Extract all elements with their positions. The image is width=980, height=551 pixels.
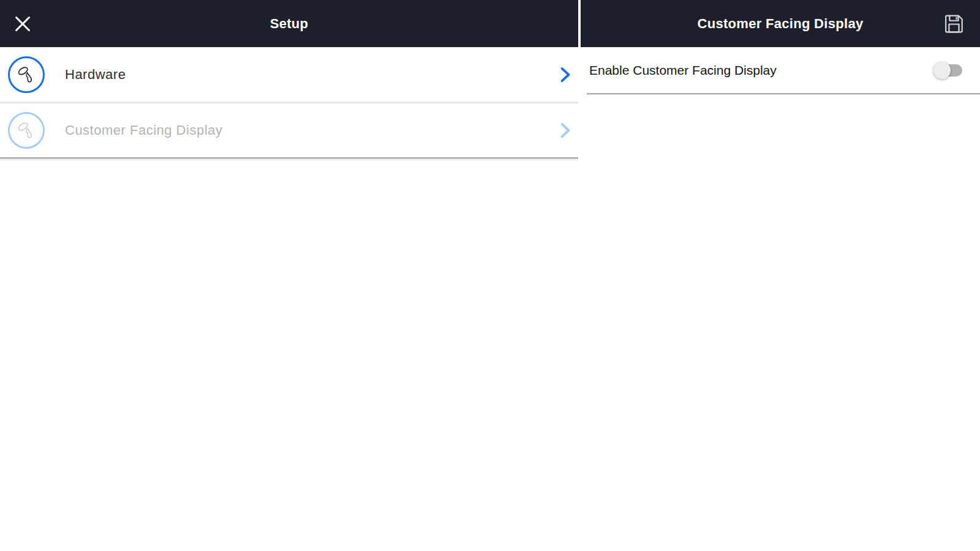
menu-item-label: Hardware <box>65 67 126 83</box>
menu-item-customer-facing-display[interactable]: Customer Facing Display <box>0 103 578 159</box>
menu-item-label: Customer Facing Display <box>65 122 222 138</box>
setting-row-enable-cfd: Enable Customer Facing Display <box>581 47 980 93</box>
setting-label: Enable Customer Facing Display <box>589 63 777 78</box>
detail-title: Customer Facing Display <box>698 16 864 32</box>
save-icon <box>942 12 965 36</box>
setup-header: Setup <box>0 0 578 47</box>
close-button[interactable] <box>9 10 37 38</box>
setting-divider <box>587 93 980 94</box>
setup-panel: Setup Hardware Customer Facing Displa <box>0 0 578 551</box>
chevron-right-icon <box>559 121 572 140</box>
menu-item-hardware[interactable]: Hardware <box>0 47 578 103</box>
barcode-scanner-icon <box>8 56 45 93</box>
close-icon <box>11 12 34 36</box>
customer-facing-display-panel: Customer Facing Display Enable Customer … <box>581 0 980 551</box>
page-title: Setup <box>270 16 309 32</box>
save-button[interactable] <box>940 10 968 38</box>
toggle-thumb <box>933 62 951 79</box>
chevron-right-icon <box>559 66 572 84</box>
barcode-scanner-icon <box>8 112 45 149</box>
detail-header: Customer Facing Display <box>581 0 980 47</box>
enable-cfd-toggle[interactable] <box>933 61 963 80</box>
